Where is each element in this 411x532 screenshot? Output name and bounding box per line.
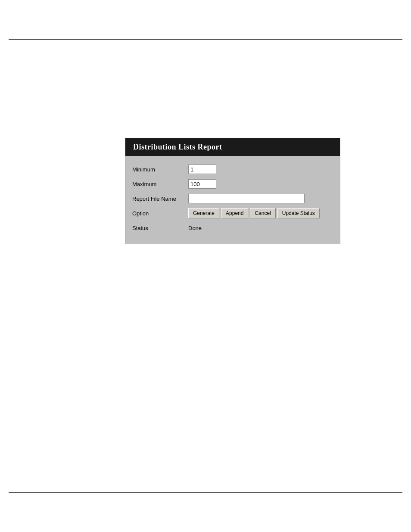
minimum-label: Minimum <box>132 166 188 173</box>
minimum-row: Minimum <box>132 164 333 175</box>
option-buttons: Generate Append Cancel Update Status <box>188 208 320 218</box>
update-status-button[interactable]: Update Status <box>277 208 320 218</box>
top-border <box>9 39 402 40</box>
bottom-border <box>9 492 402 493</box>
cancel-button[interactable]: Cancel <box>250 208 275 218</box>
maximum-label: Maximum <box>132 181 188 187</box>
dialog-body: Minimum Maximum Report File Name Option … <box>125 162 340 244</box>
status-row: Status Done <box>132 222 333 233</box>
generate-button[interactable]: Generate <box>188 208 219 218</box>
status-label: Status <box>132 225 188 231</box>
maximum-row: Maximum <box>132 178 333 190</box>
maximum-input[interactable] <box>188 179 216 189</box>
option-row: Option Generate Append Cancel Update Sta… <box>132 208 333 219</box>
option-label: Option <box>132 210 188 217</box>
dialog-container: Distribution Lists Report Minimum Maximu… <box>125 138 340 244</box>
status-value: Done <box>188 225 202 231</box>
append-button[interactable]: Append <box>221 208 248 218</box>
report-file-name-label: Report File Name <box>132 196 188 202</box>
dialog-title: Distribution Lists Report <box>125 138 340 156</box>
report-file-name-row: Report File Name <box>132 193 333 204</box>
report-file-name-input[interactable] <box>188 194 305 203</box>
minimum-input[interactable] <box>188 165 216 174</box>
